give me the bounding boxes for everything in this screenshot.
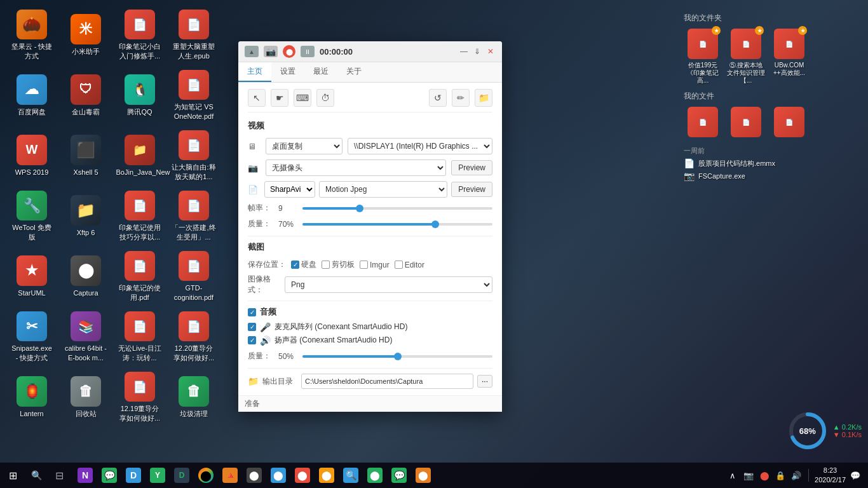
- icon-snipaste[interactable]: ✂ Snipaste.exe - 快捷方式: [6, 308, 57, 365]
- tray-notification[interactable]: 💬: [849, 469, 862, 482]
- taskbar-app-red[interactable]: ⬤: [291, 464, 314, 487]
- output-path-input[interactable]: [301, 374, 473, 389]
- taskbar-onenote[interactable]: N: [74, 464, 97, 487]
- camera-button[interactable]: 📷: [264, 46, 278, 57]
- taskbar-chrome[interactable]: ⬤: [194, 464, 217, 487]
- taskbar-vlc[interactable]: 🔺: [219, 464, 241, 487]
- recent-file-emmx[interactable]: 📄 股票项目代码结构.emmx: [684, 158, 862, 168]
- clipboard-checkbox[interactable]: [322, 261, 330, 269]
- display-type-select[interactable]: 桌面复制: [266, 138, 342, 154]
- tab-main[interactable]: 主页: [238, 62, 271, 82]
- icon-xftp[interactable]: 📁 Xftp 6: [60, 187, 111, 245]
- taskbar-wechat2[interactable]: 💬: [388, 464, 410, 487]
- right-file-item[interactable]: 📄 ★ UBw.COM ++高效能...: [770, 29, 808, 85]
- tray-shield[interactable]: 🔒: [774, 469, 787, 482]
- right-file-item[interactable]: 📄 ★ 价值199元《印象笔记高...: [684, 29, 722, 85]
- timer-tool-button[interactable]: ⏱: [316, 89, 334, 107]
- audio-quality-slider[interactable]: [302, 355, 492, 358]
- quality-slider[interactable]: [302, 223, 492, 226]
- display-source-select[interactable]: \\DISPLAY1 (Intel(R) HD Graphics ...: [348, 138, 492, 154]
- tray-red[interactable]: ⬤: [758, 469, 771, 482]
- tray-expand[interactable]: ∧: [726, 469, 739, 482]
- taskbar-datagrip[interactable]: D: [170, 464, 193, 487]
- icon-letdabrain[interactable]: 📄 让大脑自由:释放天赋的1...: [168, 127, 219, 184]
- icon-yicijianuser[interactable]: 📄 「一次搭建,终生受用」...: [168, 187, 219, 245]
- icon-yxbj1[interactable]: 📄 印象笔记小白入门修炼手...: [114, 6, 165, 64]
- record-button[interactable]: ⬤: [283, 45, 295, 58]
- camera-preview-button[interactable]: Preview: [451, 160, 492, 175]
- codec-type-select[interactable]: SharpAvi: [264, 181, 315, 198]
- camera-select[interactable]: 无摄像头: [266, 159, 446, 176]
- format-select[interactable]: Png: [285, 276, 492, 293]
- task-view-button[interactable]: ⊟: [48, 464, 71, 487]
- icon-gtd[interactable]: 📄 GTD-cognition.pdf: [168, 248, 219, 305]
- icon-jinshan[interactable]: 🛡 金山毒霸: [60, 67, 111, 124]
- keyboard-tool-button[interactable]: ⌨: [294, 89, 311, 107]
- taskbar-search2[interactable]: 🔍: [339, 464, 362, 487]
- icon-recycle[interactable]: 🗑 回收站: [60, 369, 111, 426]
- refresh-tool-button[interactable]: ↺: [429, 89, 447, 107]
- edit-tool-button[interactable]: ✏: [452, 89, 470, 107]
- tab-settings[interactable]: 设置: [271, 62, 304, 82]
- icon-weizhivsone[interactable]: 📄 为知笔记 VS OneNote.pdf: [168, 67, 219, 124]
- icon-yxbjuse2[interactable]: 📄 印象笔记的使用.pdf: [114, 248, 165, 305]
- icon-xiaomi[interactable]: 米 小米助手: [60, 6, 111, 64]
- right-file-item[interactable]: 📄: [727, 107, 765, 140]
- icon-12dongdao[interactable]: 📄 12.19董导分享如何做好...: [114, 369, 165, 426]
- taskbar-dynalist[interactable]: D: [122, 464, 145, 487]
- icon-lantern[interactable]: 🏮 Lantern: [6, 369, 57, 426]
- mic-row: ✓ 🎤 麦克风阵列 (Conexant SmartAudio HD): [248, 322, 492, 332]
- icon-jianguoyun[interactable]: 🌰 坚果云 - 快捷方式: [6, 6, 57, 64]
- right-file-item[interactable]: 📄: [684, 107, 722, 140]
- fps-slider[interactable]: [302, 207, 492, 210]
- mic-checkbox[interactable]: ✓: [248, 323, 256, 331]
- close-button[interactable]: ✕: [485, 46, 496, 57]
- audio-enable-checkbox[interactable]: ✓: [248, 308, 256, 316]
- folder-tool-button[interactable]: 📁: [475, 89, 492, 107]
- icon-bojin[interactable]: 📁 BoJin_Java_New: [114, 127, 165, 184]
- imgur-checkbox[interactable]: [360, 261, 368, 269]
- icon-wuxian[interactable]: 📄 无讼Live-目江涛：玩转...: [114, 308, 165, 365]
- system-clock[interactable]: 8:23 2020/2/17: [815, 466, 846, 485]
- tab-about[interactable]: 关于: [337, 62, 370, 82]
- taskbar-app-blue[interactable]: ⬤: [267, 464, 290, 487]
- right-file-item[interactable]: 📄 ★ ⑤.搜索本地文件知识管理【...: [727, 29, 765, 85]
- editor-checkbox[interactable]: [395, 261, 403, 269]
- icon-baiduyun[interactable]: ☁ 百度网盘: [6, 67, 57, 124]
- search-button[interactable]: 🔍: [25, 463, 48, 488]
- disk-checkbox[interactable]: ✓: [291, 261, 299, 269]
- taskbar-app-orange[interactable]: ⬤: [412, 464, 435, 487]
- minimize-button[interactable]: —: [459, 46, 469, 57]
- nav-up-button[interactable]: ▲: [245, 46, 259, 57]
- taskbar-potplayer[interactable]: ⬤: [243, 464, 266, 487]
- icon-staruml[interactable]: ★ StarUML: [6, 248, 57, 305]
- tab-recent[interactable]: 最近: [304, 62, 337, 82]
- icon-yxbj2[interactable]: 📄 重塑大脑重塑人生.epub: [168, 6, 219, 64]
- icon-calibre[interactable]: 📚 calibre 64bit - E-book m...: [60, 308, 111, 365]
- taskbar-yuque[interactable]: Y: [146, 464, 169, 487]
- taskbar-wechat[interactable]: 💬: [98, 464, 121, 487]
- icon-wetool[interactable]: 🔧 WeTool 免费版: [6, 187, 57, 245]
- collapse-button[interactable]: ⇓: [472, 46, 482, 57]
- taskbar-app-yellow[interactable]: ⬤: [315, 464, 338, 487]
- icon-xshell[interactable]: ⬛ Xshell 5: [60, 127, 111, 184]
- pause-button[interactable]: ⏸: [301, 46, 315, 57]
- start-button[interactable]: ⊞: [0, 463, 25, 488]
- tray-volume[interactable]: 🔊: [790, 469, 803, 482]
- icon-qq[interactable]: 🐧 腾讯QQ: [114, 67, 165, 124]
- output-more-button[interactable]: ···: [477, 375, 492, 388]
- taskbar-app-green[interactable]: ⬤: [363, 464, 386, 487]
- tray-camera[interactable]: 📷: [742, 469, 755, 482]
- right-file-item[interactable]: 📄: [770, 107, 808, 140]
- codec-preview-button[interactable]: Preview: [451, 182, 492, 197]
- codec-format-select[interactable]: Motion Jpeg: [319, 181, 447, 198]
- recent-file-fscapture[interactable]: 📷 FSCapture.exe: [684, 171, 862, 181]
- cursor-tool-button[interactable]: ↖: [248, 89, 266, 107]
- icon-lajiqingli[interactable]: 🗑 垃圾清理: [168, 369, 219, 426]
- hand-tool-button[interactable]: ☛: [271, 89, 288, 107]
- icon-yxbjuse[interactable]: 📄 印象笔记使用技巧分享以...: [114, 187, 165, 245]
- icon-captura[interactable]: ⬤ Captura: [60, 248, 111, 305]
- icon-wps[interactable]: W WPS 2019: [6, 127, 57, 184]
- icon-mengdao[interactable]: 📄 12.20董导分享如何做好...: [168, 308, 219, 365]
- speaker-checkbox[interactable]: ✓: [248, 336, 256, 344]
